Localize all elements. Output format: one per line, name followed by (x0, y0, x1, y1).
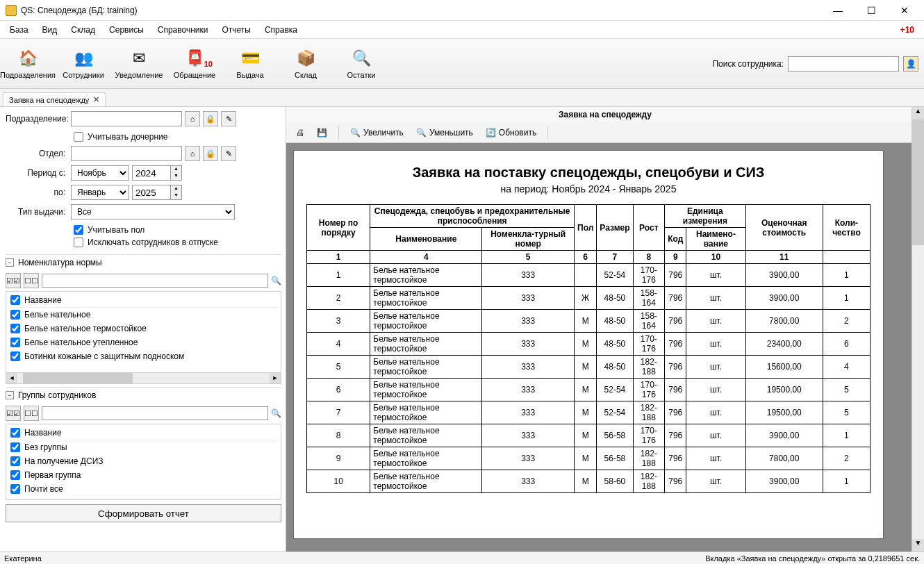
scroll-up-icon[interactable]: ▲ (912, 107, 924, 119)
grp-item-checkbox[interactable] (10, 456, 20, 466)
menu-view[interactable]: Вид (37, 22, 63, 38)
division-edit-button[interactable]: ✎ (221, 146, 236, 161)
list-item: Белье нательное термостойкое (24, 324, 147, 333)
select-all-nom-button[interactable]: ☑☑ (6, 273, 21, 288)
department-lock-button[interactable]: 🔒 (203, 111, 218, 126)
print-button[interactable]: 🖨 (292, 126, 308, 140)
report-strip-title: Заявка на спецодежду (286, 107, 924, 122)
nom-item-checkbox[interactable] (10, 351, 20, 361)
tb-departments[interactable]: 🏠Подразделения (0, 39, 56, 88)
tb-balance[interactable]: 🔍Остатки (333, 39, 389, 88)
include-children-checkbox[interactable] (74, 132, 83, 142)
deselect-all-nom-button[interactable]: ☐☐ (24, 273, 39, 288)
nom-header-label: Название (24, 295, 62, 305)
zoom-out-button[interactable]: 🔍Уменьшить (412, 126, 477, 140)
col-qty: Коли-чество (823, 205, 870, 251)
close-button[interactable]: ✕ (891, 1, 918, 20)
tb-issue[interactable]: 💳Выдача (222, 39, 278, 88)
issue-type-select[interactable]: Все (71, 204, 235, 219)
nom-hscroll[interactable]: ◄► (6, 373, 281, 384)
groups-filter-input[interactable] (42, 406, 268, 420)
nom-header-checkbox[interactable] (10, 295, 20, 305)
statusbar: Екатерина Вкладка «Заявка на спецодежду»… (0, 551, 924, 564)
include-children-label: Учитывать дочерние (88, 132, 167, 142)
tb-notification[interactable]: ✉Уведомление (111, 39, 167, 88)
groups-list[interactable]: Название Без группы На получение ДСИЗ Пе… (6, 424, 281, 500)
month-to-select[interactable]: Январь (71, 185, 129, 200)
select-all-grp-button[interactable]: ☑☑ (6, 406, 21, 421)
grp-item-checkbox[interactable] (10, 442, 20, 452)
tb-appeal[interactable]: 📮10Обращение (167, 39, 222, 88)
notification-counter[interactable]: +10 (900, 25, 920, 35)
nom-item-checkbox[interactable] (10, 338, 20, 347)
list-item: Белье нательное (24, 310, 90, 320)
table-row: 8Белье нательное термостойкое333М56-5817… (307, 424, 871, 447)
table-row: 7Белье нательное термостойкое333М52-5418… (307, 401, 871, 424)
division-lock-button[interactable]: 🔒 (203, 146, 218, 161)
grp-item-checkbox[interactable] (10, 470, 20, 480)
maximize-button[interactable]: ☐ (857, 1, 885, 20)
tab-close-icon[interactable]: ✕ (93, 95, 99, 104)
search-icon[interactable]: 🔍 (271, 276, 281, 285)
division-input[interactable] (71, 146, 182, 161)
nomenclature-collapse[interactable]: − (6, 258, 14, 267)
search-icon[interactable]: 🔍 (271, 408, 281, 418)
table-row: 4Белье нательное термостойкое333М48-5017… (307, 333, 871, 356)
menu-base[interactable]: База (4, 22, 34, 38)
deselect-all-grp-button[interactable]: ☐☐ (24, 406, 39, 421)
month-from-select[interactable]: Ноябрь (71, 165, 129, 181)
groups-collapse[interactable]: − (6, 391, 14, 399)
table-row: 5Белье нательное термостойкое333М48-5018… (307, 356, 871, 379)
menu-warehouse[interactable]: Склад (65, 22, 101, 38)
year-from-down[interactable]: ▼ (171, 173, 181, 180)
menu-reports[interactable]: Отчеты (216, 22, 256, 38)
search-employee-input[interactable] (788, 56, 899, 72)
grp-item-checkbox[interactable] (10, 484, 20, 494)
nomenclature-filter-input[interactable] (42, 274, 268, 288)
zoom-in-icon: 🔍 (350, 128, 361, 138)
report-pane: Заявка на спецодежду 🖨 💾 🔍Увеличить 🔍Уме… (286, 107, 924, 551)
year-from-input[interactable] (132, 165, 171, 181)
nomenclature-list[interactable]: Название Белье нательное Белье нательное… (6, 291, 281, 373)
menu-services[interactable]: Сервисы (104, 22, 149, 38)
list-item: Почти все (24, 484, 63, 494)
exclude-vacation-checkbox[interactable] (74, 238, 83, 247)
save-button[interactable]: 💾 (313, 126, 331, 140)
menubar: База Вид Склад Сервисы Справочники Отчет… (0, 21, 924, 39)
nom-item-checkbox[interactable] (10, 310, 20, 320)
list-item: Ботинки кожаные с защитным подноском (24, 351, 184, 361)
year-to-up[interactable]: ▲ (171, 185, 181, 192)
card-icon: 💳 (239, 49, 261, 68)
status-timing: Вкладка «Заявка на спецодежду» открыта з… (705, 554, 920, 563)
minimize-button[interactable]: — (824, 1, 852, 20)
report-vscrollbar[interactable]: ▲ ▼ (911, 107, 924, 551)
scroll-down-icon[interactable]: ▼ (912, 539, 924, 551)
consider-gender-checkbox[interactable] (74, 225, 83, 235)
zoom-in-button[interactable]: 🔍Увеличить (346, 126, 408, 140)
year-from-up[interactable]: ▲ (171, 166, 181, 173)
groups-section-label: Группы сотрудников (18, 390, 96, 400)
search-employee-button[interactable]: 👤 (903, 56, 918, 72)
division-pick-button[interactable]: ⌂ (185, 146, 200, 161)
refresh-button[interactable]: 🔄Обновить (481, 126, 541, 140)
department-input[interactable] (71, 111, 182, 126)
generate-report-button[interactable]: Сформировать отчет (6, 504, 281, 522)
col-height: Рост (633, 205, 665, 251)
report-viewport[interactable]: Заявка на поставку спецодежды, спецобуви… (286, 143, 924, 551)
report-toolbar: 🖨 💾 🔍Увеличить 🔍Уменьшить 🔄Обновить (286, 122, 924, 143)
tb-warehouse[interactable]: 📦Склад (278, 39, 333, 88)
menu-help[interactable]: Справка (259, 22, 303, 38)
tab-request[interactable]: Заявка на спецодежду ✕ (3, 92, 106, 106)
tb-employees[interactable]: 👥Сотрудники (56, 39, 111, 88)
tabstrip: Заявка на спецодежду ✕ (0, 89, 924, 107)
year-to-down[interactable]: ▼ (171, 192, 181, 199)
menu-directories[interactable]: Справочники (152, 22, 214, 38)
year-to-input[interactable] (132, 185, 171, 200)
department-edit-button[interactable]: ✎ (221, 111, 236, 126)
department-pick-button[interactable]: ⌂ (185, 111, 200, 126)
app-icon (6, 5, 17, 16)
zoom-out-icon: 🔍 (416, 128, 427, 138)
nomenclature-section-label: Номенклатура нормы (18, 258, 102, 267)
nom-item-checkbox[interactable] (10, 324, 20, 333)
grp-header-checkbox[interactable] (10, 428, 20, 438)
